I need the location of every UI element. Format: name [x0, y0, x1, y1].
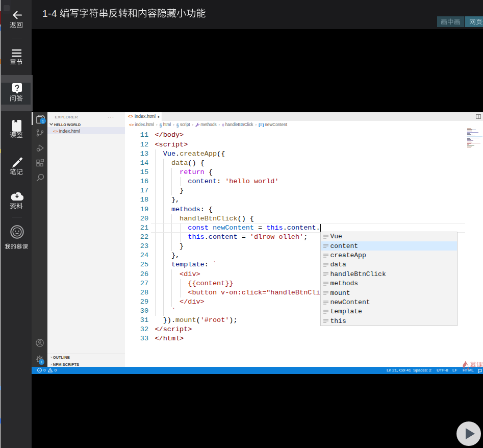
svg-text:1: 1 [40, 360, 42, 364]
svg-text:1: 1 [42, 118, 44, 123]
